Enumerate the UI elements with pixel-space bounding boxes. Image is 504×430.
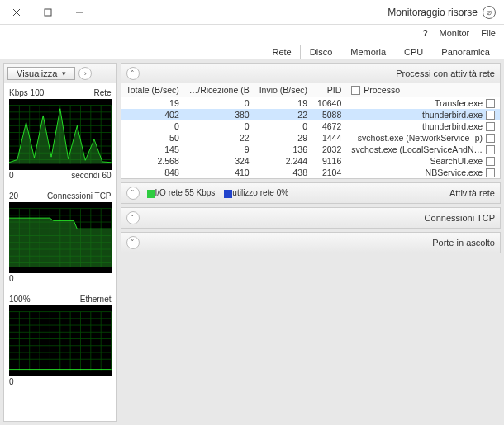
chart-y-min: 0 [9, 171, 14, 180]
cell-name: svchost.exe (NetworkService -p) [346, 132, 500, 144]
col-process[interactable]: Processo [346, 83, 500, 97]
cell-total: 848 [121, 167, 184, 178]
cell-total: 19 [121, 97, 184, 110]
cell-total: 402 [121, 109, 184, 120]
dropdown-icon: ▾ [62, 69, 66, 78]
cell-name: SearchUI.exe [346, 155, 500, 167]
cell-recv: 22 [184, 132, 254, 144]
tab-panoramica[interactable]: Panoramica [432, 45, 499, 59]
col-total[interactable]: Totale (B/sec) [121, 83, 184, 97]
row-checkbox[interactable] [486, 134, 495, 143]
views-dropdown[interactable]: ▾ Visualizza [7, 67, 75, 80]
cell-pid: 10640 [312, 97, 346, 110]
row-checkbox[interactable] [486, 168, 495, 177]
cell-pid: 9116 [312, 155, 346, 167]
table-row[interactable]: 1901910640Transfer.exe [121, 97, 500, 110]
section-network-activity: ˅ 0% utilizzo rete I/O rete 55 Kbps Atti… [121, 182, 501, 204]
row-checkbox[interactable] [486, 122, 495, 131]
cell-send: 19 [254, 97, 312, 110]
chart-y-max: 20 [9, 191, 18, 201]
section-title: Connessioni TCP [425, 213, 495, 223]
section-header-network-activity[interactable]: ˅ 0% utilizzo rete I/O rete 55 Kbps Atti… [121, 183, 500, 203]
section-processes: ˄ Processi con attività rete Totale (B/s… [121, 63, 501, 179]
cell-send: 2.244 [254, 155, 312, 167]
content: ▾ Visualizza › 100 Kbps Rete [0, 59, 504, 425]
chart-title: Connessioni TCP [47, 191, 112, 201]
cell-pid: 4672 [312, 120, 346, 132]
table-row[interactable]: 8484104382104NBService.exe [121, 167, 500, 178]
collapse-sidebar-button[interactable]: › [78, 67, 92, 80]
main-panel: ˄ Processi con attività rete Totale (B/s… [121, 63, 501, 422]
charts-sidebar: ▾ Visualizza › 100 Kbps Rete [3, 63, 117, 422]
select-all-checkbox[interactable] [351, 86, 360, 95]
process-table-scroll[interactable]: Totale (B/sec) Ricezione (B/… Invio (B/s… [121, 83, 500, 178]
cell-recv: 324 [184, 155, 254, 167]
chart-rete: 100 Kbps Rete 0 60 secondi [4, 83, 116, 187]
row-checkbox[interactable] [486, 157, 495, 166]
table-row[interactable]: 402380225088thunderbird.exe [121, 109, 500, 120]
table-row[interactable]: 2.5683242.2449116SearchUI.exe [121, 155, 500, 167]
section-title: Porte in ascolto [432, 238, 495, 248]
col-recv[interactable]: Ricezione (B/… [184, 83, 254, 97]
menubar: ? Monitor File [0, 25, 504, 41]
cell-name: thunderbird.exe [346, 120, 500, 132]
cell-recv: 0 [184, 97, 254, 110]
row-checkbox[interactable] [486, 111, 495, 120]
section-header-processes[interactable]: ˄ Processi con attività rete [121, 64, 500, 83]
cell-recv: 410 [184, 167, 254, 178]
menu-monitor[interactable]: Monitor [440, 28, 470, 38]
cell-pid: 2104 [312, 167, 346, 178]
green-swatch-icon [147, 190, 155, 198]
cell-recv: 0 [184, 120, 254, 132]
tab-cpu[interactable]: CPU [395, 45, 432, 59]
section-title: Attività rete [449, 188, 495, 198]
chart-title: Rete [93, 88, 111, 97]
col-pid[interactable]: PID [312, 83, 346, 97]
cell-send: 22 [254, 109, 312, 120]
cell-total: 145 [121, 144, 184, 155]
svg-rect-0 [45, 9, 51, 16]
menu-help[interactable]: ? [422, 28, 427, 38]
views-label: Visualizza [17, 69, 57, 78]
chart-y-min: 0 [9, 377, 14, 386]
chart-y-max: 100% [9, 295, 31, 304]
legend-util: 0% utilizzo rete [221, 188, 288, 197]
close-button[interactable] [2, 2, 31, 22]
minimize-button[interactable] [64, 2, 94, 22]
chevron-down-icon: ˅ [126, 211, 140, 224]
chevron-down-icon: ˅ [126, 236, 140, 249]
section-listening-ports: ˅ Porte in ascolto [121, 232, 501, 253]
cell-pid: 2032 [312, 144, 346, 155]
cell-send: 438 [254, 167, 312, 178]
chevron-up-icon: ˄ [126, 67, 140, 80]
maximize-button[interactable] [33, 2, 63, 22]
chart-tcp: 20 Connessioni TCP 0 [4, 187, 116, 290]
cell-pid: 5088 [312, 109, 346, 120]
cell-send: 0 [254, 120, 312, 132]
tab-memoria[interactable]: Memoria [341, 45, 395, 59]
cell-total: 50 [121, 132, 184, 144]
cell-send: 136 [254, 144, 312, 155]
tab-disco[interactable]: Disco [301, 45, 342, 59]
chart-title: Ethernet [80, 295, 112, 304]
table-row[interactable]: 0004672thunderbird.exe [121, 120, 500, 132]
section-header-tcp[interactable]: ˅ Connessioni TCP [121, 208, 500, 228]
app-icon: ⌀ [483, 6, 496, 19]
legend-io: I/O rete 55 Kbps [145, 188, 216, 197]
chart-y-max: 100 Kbps [9, 88, 44, 97]
process-table: Totale (B/sec) Ricezione (B/… Invio (B/s… [121, 83, 500, 178]
section-header-ports[interactable]: ˅ Porte in ascolto [121, 233, 500, 253]
cell-recv: 380 [184, 109, 254, 120]
menu-file[interactable]: File [481, 28, 496, 38]
tab-rete[interactable]: Rete [264, 45, 301, 59]
cell-pid: 1444 [312, 132, 346, 144]
table-row[interactable]: 5022291444svchost.exe (NetworkService -p… [121, 132, 500, 144]
tab-bar: Rete Disco Memoria CPU Panoramica [0, 41, 504, 59]
row-checkbox[interactable] [486, 99, 495, 108]
table-row[interactable]: 14591362032svchost.exe (LocalServiceAndN… [121, 144, 500, 155]
chart-y-min: 0 [9, 274, 14, 283]
cell-name: Transfer.exe [346, 97, 500, 109]
col-send[interactable]: Invio (B/sec) [254, 83, 312, 97]
row-checkbox[interactable] [486, 145, 495, 154]
cell-send: 29 [254, 132, 312, 144]
